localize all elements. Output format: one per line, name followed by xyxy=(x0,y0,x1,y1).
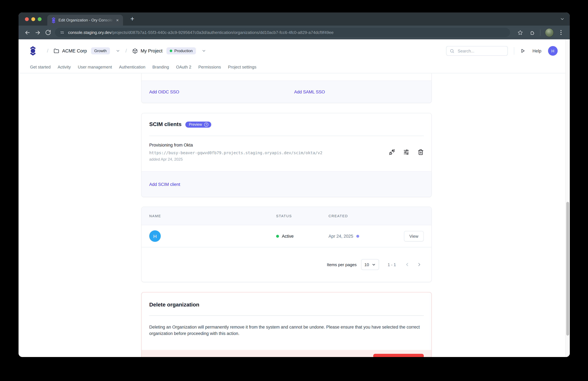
scim-client-info: Provisioning from Okta https://busy-beav… xyxy=(149,142,322,161)
app-header: / ACME Corp Growth / xyxy=(19,39,570,73)
close-window-button[interactable] xyxy=(25,17,29,21)
back-button[interactable] xyxy=(22,27,33,38)
ory-favicon-icon xyxy=(51,17,56,23)
organization-avatar: H xyxy=(149,230,161,242)
workspace-name: ACME Corp xyxy=(62,48,87,53)
delete-organization-card: Delete organization Deleting an Organiza… xyxy=(141,292,432,357)
table-row[interactable]: H Active Apr 24, 2025 View xyxy=(142,225,431,247)
created-dot-icon xyxy=(357,235,359,238)
ory-console-app: / ACME Corp Growth / xyxy=(19,39,570,357)
header-breadcrumb-row: / ACME Corp Growth / xyxy=(30,39,558,62)
extensions-icon[interactable] xyxy=(527,27,538,38)
sso-card-body xyxy=(142,73,431,81)
scim-client-actions xyxy=(389,149,424,155)
scim-client-row: Provisioning from Okta https://busy-beav… xyxy=(149,142,424,161)
unplug-icon[interactable] xyxy=(389,149,395,155)
items-per-page-select[interactable]: 10 xyxy=(361,259,379,270)
trash-icon[interactable] xyxy=(418,149,424,155)
nav-branding[interactable]: Branding xyxy=(152,65,169,69)
workspace-chevron-down-icon[interactable] xyxy=(116,49,120,53)
delete-card-description: Deleting an Organization will permanentl… xyxy=(149,324,424,337)
column-status: STATUS xyxy=(276,214,329,218)
add-scim-client-link[interactable]: Add SCIM client xyxy=(149,182,180,187)
preview-badge[interactable]: Preview? xyxy=(185,121,211,128)
breadcrumb-separator: / xyxy=(126,48,127,54)
search-box[interactable] xyxy=(446,46,508,56)
browser-window: Edit Organization - Ory Console × + xyxy=(19,12,570,357)
user-avatar[interactable]: H xyxy=(548,46,558,56)
search-input[interactable] xyxy=(457,48,504,54)
sso-card-footer: Add OIDC SSO Add SAML SSO xyxy=(142,81,431,103)
project-nav: Get started Activity User management Aut… xyxy=(30,65,256,69)
scim-client-url: https://busy-beaver-gqwvd0fb79.projects.… xyxy=(149,150,322,155)
browser-tabstrip: Edit Organization - Ory Console × + xyxy=(19,12,570,26)
add-saml-sso-link[interactable]: Add SAML SSO xyxy=(287,90,431,94)
active-status-dot-icon xyxy=(276,235,279,238)
nav-user-management[interactable]: User management xyxy=(78,65,112,69)
minimize-window-button[interactable] xyxy=(31,17,35,21)
next-page-icon[interactable] xyxy=(417,262,422,267)
nav-activity[interactable]: Activity xyxy=(58,65,71,69)
scim-card-title: SCIM clients xyxy=(149,121,182,128)
plan-badge: Growth xyxy=(91,47,110,54)
macos-traffic-lights xyxy=(25,17,42,21)
select-chevron-down-icon xyxy=(372,263,376,267)
zoom-window-button[interactable] xyxy=(38,17,42,21)
browser-profile-avatar[interactable] xyxy=(545,28,554,37)
column-created: CREATED xyxy=(329,214,424,218)
bookmark-star-icon[interactable] xyxy=(515,27,525,38)
toolbar-divider xyxy=(540,29,540,36)
column-name: NAME xyxy=(149,214,276,218)
forward-button[interactable] xyxy=(33,27,43,38)
nav-oauth2[interactable]: OAuth 2 xyxy=(176,65,191,69)
delete-card-header: Delete organization xyxy=(142,292,431,308)
search-icon xyxy=(450,48,454,53)
header-divider xyxy=(514,47,514,55)
scim-client-added-date: added Apr 24, 2025 xyxy=(149,157,322,161)
scim-divider xyxy=(149,136,424,136)
browser-menu-icon[interactable] xyxy=(556,27,566,38)
project-crumb[interactable]: My Project Production xyxy=(132,47,206,54)
toolbar-right-cluster xyxy=(513,27,566,38)
table-header: NAME STATUS CREATED xyxy=(142,207,431,225)
nav-project-settings[interactable]: Project settings xyxy=(228,65,256,69)
scim-card-footer: Add SCIM client xyxy=(142,172,431,197)
browser-tab[interactable]: Edit Organization - Ory Console × xyxy=(47,15,123,26)
scim-clients-card: SCIM clients Preview? Provisioning from … xyxy=(141,113,432,197)
add-oidc-sso-link[interactable]: Add OIDC SSO xyxy=(142,90,287,94)
project-name: My Project xyxy=(141,48,163,53)
breadcrumb-separator: / xyxy=(47,48,48,54)
screenshot-stage: Edit Organization - Ory Console × + xyxy=(0,0,588,381)
table-pagination: Items per pages 10 1 - 1 xyxy=(142,247,431,282)
tab-close-icon[interactable]: × xyxy=(115,18,120,23)
ory-logo-icon[interactable] xyxy=(30,46,36,56)
environment-dot-icon xyxy=(170,50,172,52)
project-chevron-down-icon[interactable] xyxy=(202,49,206,53)
new-tab-button[interactable]: + xyxy=(128,15,136,23)
nav-authentication[interactable]: Authentication xyxy=(119,65,146,69)
reload-button[interactable] xyxy=(43,27,53,38)
help-link[interactable]: Help xyxy=(532,48,541,53)
site-settings-icon[interactable] xyxy=(60,30,65,35)
sliders-icon[interactable] xyxy=(403,149,409,155)
scrollbar-thumb[interactable] xyxy=(566,202,569,336)
delete-organization-button[interactable]: Delete organization xyxy=(373,354,424,357)
nav-get-started[interactable]: Get started xyxy=(30,65,51,69)
tab-search-chevron-icon[interactable] xyxy=(560,17,565,22)
status-cell: Active xyxy=(276,234,329,239)
browser-toolbar: console.staging.ory.dev/projects/d087b7a… xyxy=(19,26,570,39)
previous-page-icon[interactable] xyxy=(405,262,410,267)
run-playground-icon[interactable] xyxy=(520,48,525,53)
delete-card-divider xyxy=(149,315,424,316)
delete-card-title: Delete organization xyxy=(149,302,199,308)
address-bar[interactable]: console.staging.ory.dev/projects/d087b7a… xyxy=(55,28,510,37)
sso-card: Add OIDC SSO Add SAML SSO xyxy=(141,73,432,103)
scim-card-header: SCIM clients Preview? xyxy=(142,113,431,128)
tab-title: Edit Organization - Ory Console xyxy=(59,18,115,22)
view-button[interactable]: View xyxy=(404,231,424,241)
workspace-crumb[interactable]: ACME Corp Growth xyxy=(54,47,120,54)
url-text: console.staging.ory.dev/projects/d087b7a… xyxy=(68,30,334,35)
pagination-range: 1 - 1 xyxy=(388,262,396,267)
organizations-table-card: NAME STATUS CREATED H Active Apr 24, 202… xyxy=(141,207,432,282)
nav-permissions[interactable]: Permissions xyxy=(198,65,221,69)
